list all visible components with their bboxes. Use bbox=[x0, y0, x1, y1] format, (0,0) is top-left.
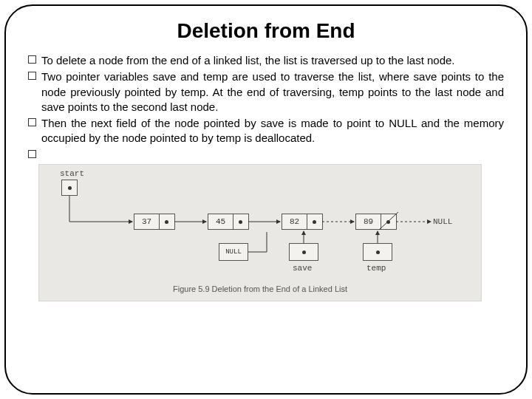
diagram-arrows bbox=[45, 169, 475, 280]
pointer-dot bbox=[376, 250, 380, 254]
bullet-item: Two pointer variables save and temp are … bbox=[28, 69, 504, 115]
node-value: 89 bbox=[356, 214, 381, 229]
linked-list-diagram: start 37 45 82 89 bbox=[45, 169, 475, 280]
node-pointer bbox=[233, 214, 248, 229]
figure-caption: Figure 5.9 Deletion from the End of a Li… bbox=[45, 284, 475, 293]
node-value: 82 bbox=[282, 214, 307, 229]
pointer-dot bbox=[302, 250, 306, 254]
pointer-dot bbox=[239, 220, 242, 224]
slide-title: Deletion from End bbox=[28, 19, 504, 43]
pointer-dot bbox=[386, 220, 390, 224]
bullet-text: Two pointer variables save and temp are … bbox=[41, 70, 504, 113]
node-pointer bbox=[381, 214, 396, 229]
start-pointer-box bbox=[61, 180, 78, 196]
bullet-item: To delete a node from the end of a linke… bbox=[28, 53, 504, 68]
checkbox-icon bbox=[28, 118, 36, 126]
bullet-text: To delete a node from the end of a linke… bbox=[41, 54, 455, 66]
bullet-item-empty bbox=[28, 148, 504, 160]
checkbox-icon bbox=[28, 150, 36, 158]
diagram-container: start 37 45 82 89 bbox=[38, 164, 482, 301]
slide-frame: Deletion from End To delete a node from … bbox=[4, 4, 528, 395]
list-node: 82 bbox=[282, 214, 323, 230]
node-pointer bbox=[160, 214, 174, 229]
checkbox-icon bbox=[28, 72, 36, 80]
null-label: NULL bbox=[433, 217, 452, 226]
bullet-text: Then the next field of the node pointed … bbox=[41, 117, 504, 144]
bullet-list: To delete a node from the end of a linke… bbox=[28, 53, 504, 160]
checkbox-icon bbox=[28, 55, 36, 64]
temp-label: temp bbox=[366, 264, 386, 273]
node-value: 37 bbox=[134, 214, 160, 229]
list-node: 45 bbox=[208, 214, 249, 230]
pointer-dot bbox=[313, 220, 316, 224]
save-box bbox=[289, 243, 318, 261]
save-label: save bbox=[293, 264, 312, 273]
node-pointer bbox=[307, 214, 322, 229]
start-label: start bbox=[60, 169, 84, 178]
pointer-dot bbox=[68, 186, 72, 190]
bullet-item: Then the next field of the node pointed … bbox=[28, 116, 504, 146]
null-box: NULL bbox=[219, 243, 248, 261]
node-value: 45 bbox=[208, 214, 233, 229]
null-box-text: NULL bbox=[225, 248, 242, 256]
temp-box bbox=[363, 243, 392, 261]
list-node: 37 bbox=[134, 214, 175, 230]
pointer-dot bbox=[165, 220, 168, 224]
list-node: 89 bbox=[355, 214, 397, 230]
